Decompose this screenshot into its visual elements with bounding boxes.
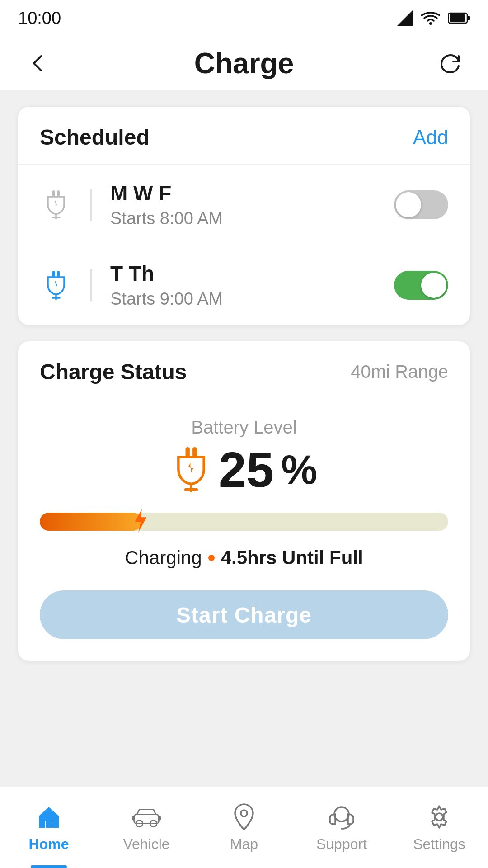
svg-rect-9 xyxy=(52,271,55,277)
start-charge-label: Start Charge xyxy=(176,603,312,627)
scheduled-title: Scheduled xyxy=(40,125,150,150)
svg-rect-6 xyxy=(57,190,60,197)
battery-label: Battery Level xyxy=(191,417,296,438)
progress-lightning-icon xyxy=(129,509,151,534)
charge-status-title: Charge Status xyxy=(40,359,187,384)
svg-point-25 xyxy=(241,810,247,816)
bottom-nav: Home Vehicle Map xyxy=(0,787,488,868)
schedule-divider-2 xyxy=(90,269,92,302)
schedule-toggle-mwf[interactable] xyxy=(394,190,448,219)
battery-percent-row: 25% xyxy=(171,445,317,495)
svg-rect-5 xyxy=(52,190,55,197)
scheduled-header: Scheduled Add xyxy=(18,107,470,165)
svg-point-26 xyxy=(334,807,349,821)
status-icons xyxy=(397,10,470,26)
battery-percent-value: 25 xyxy=(219,445,274,495)
status-time: 10:00 xyxy=(18,9,61,28)
page-title: Charge xyxy=(194,47,294,80)
svg-rect-3 xyxy=(467,16,470,20)
plug-icon-tth xyxy=(40,271,72,300)
scheduled-card: Scheduled Add M W F Starts 8:00 AM xyxy=(18,107,470,325)
nav-label-settings: Settings xyxy=(413,836,465,853)
schedule-item-tth: T Th Starts 9:00 AM xyxy=(18,245,470,325)
refresh-button[interactable] xyxy=(435,47,466,79)
nav-label-map: Map xyxy=(230,836,258,853)
svg-rect-13 xyxy=(185,447,189,457)
svg-rect-4 xyxy=(450,14,465,22)
plug-icon-mwf xyxy=(40,190,72,219)
battery-icon xyxy=(448,12,470,24)
toggle-thumb-mwf xyxy=(396,192,421,217)
battery-percent-sign: % xyxy=(281,449,317,490)
nav-label-home: Home xyxy=(29,836,69,853)
home-icon xyxy=(34,802,63,831)
vehicle-icon xyxy=(132,802,161,831)
add-button[interactable]: Add xyxy=(413,126,448,149)
schedule-item-mwf: M W F Starts 8:00 AM xyxy=(18,165,470,245)
svg-marker-0 xyxy=(397,10,413,26)
nav-item-vehicle[interactable]: Vehicle xyxy=(98,787,195,868)
nav-item-support[interactable]: Support xyxy=(293,787,390,868)
nav-label-vehicle: Vehicle xyxy=(123,836,169,853)
svg-rect-24 xyxy=(159,816,161,820)
schedule-days-tth: T Th xyxy=(110,261,380,286)
nav-item-home[interactable]: Home xyxy=(0,787,98,868)
svg-rect-14 xyxy=(192,447,197,457)
svg-rect-23 xyxy=(132,816,134,820)
charging-time: 4.5hrs Until Full xyxy=(221,547,363,569)
header: Charge xyxy=(0,36,488,90)
schedule-days-mwf: M W F xyxy=(110,181,380,205)
schedule-toggle-tth[interactable] xyxy=(394,271,448,300)
svg-point-27 xyxy=(436,813,443,821)
charging-plug-icon xyxy=(171,447,211,492)
start-charge-button[interactable]: Start Charge xyxy=(40,590,448,639)
progress-bar xyxy=(40,513,448,531)
schedule-divider xyxy=(90,189,92,221)
nav-item-settings[interactable]: Settings xyxy=(390,787,488,868)
charge-status-card: Charge Status 40mi Range Battery Level 2… xyxy=(18,341,470,661)
charging-status-row: Charging 4.5hrs Until Full xyxy=(125,547,363,569)
charging-text: Charging xyxy=(125,547,202,569)
schedule-time-tth: Starts 9:00 AM xyxy=(110,289,380,309)
wifi-icon xyxy=(421,11,440,25)
back-button[interactable] xyxy=(22,47,53,79)
progress-bar-fill xyxy=(40,513,142,531)
map-icon xyxy=(230,802,258,831)
schedule-info-tth: T Th Starts 9:00 AM xyxy=(110,261,380,309)
charge-body: Battery Level 25% xyxy=(18,399,470,661)
nav-label-support: Support xyxy=(316,836,367,853)
svg-rect-19 xyxy=(46,821,52,828)
charge-range: 40mi Range xyxy=(351,362,448,382)
status-bar: 10:00 xyxy=(0,0,488,36)
svg-rect-20 xyxy=(134,815,159,824)
charging-dot xyxy=(208,555,215,561)
support-icon xyxy=(327,802,356,831)
charge-status-header: Charge Status 40mi Range xyxy=(18,341,470,399)
signal-icon xyxy=(397,10,413,26)
svg-rect-10 xyxy=(57,271,60,277)
toggle-thumb-tth xyxy=(421,273,446,298)
svg-point-1 xyxy=(429,22,432,25)
schedule-info-mwf: M W F Starts 8:00 AM xyxy=(110,181,380,228)
schedule-time-mwf: Starts 8:00 AM xyxy=(110,209,380,228)
nav-item-map[interactable]: Map xyxy=(195,787,293,868)
main-content: Scheduled Add M W F Starts 8:00 AM xyxy=(0,90,488,677)
settings-icon xyxy=(425,802,454,831)
svg-marker-17 xyxy=(135,509,146,533)
